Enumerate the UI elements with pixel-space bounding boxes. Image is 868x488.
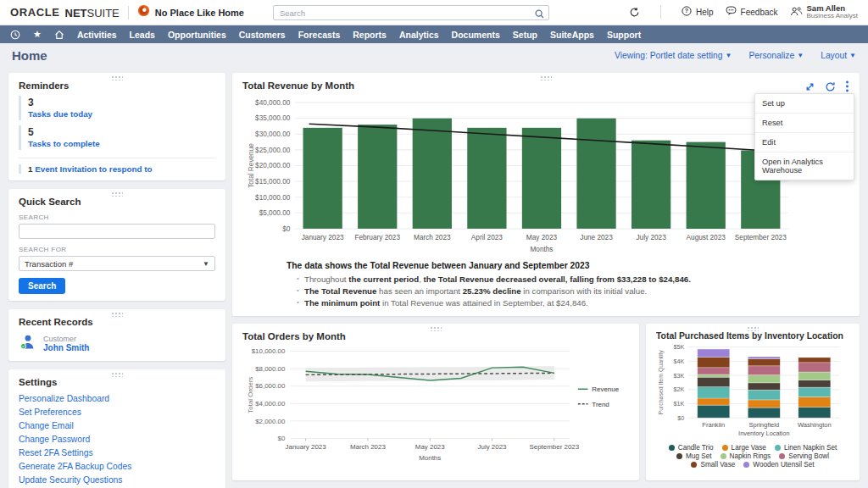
reminder-event-invitation[interactable]: 1 Event Invitation to respond to — [19, 158, 215, 174]
nav-item-leads[interactable]: Leads — [130, 30, 155, 40]
drag-handle-icon[interactable] — [111, 312, 123, 317]
svg-text:March 2023: March 2023 — [350, 443, 387, 451]
search-for-label: SEARCH FOR — [19, 246, 215, 253]
nav-item-reports[interactable]: Reports — [353, 30, 387, 40]
summary-bullet: The minimum point in Total Revenue was a… — [297, 297, 849, 309]
summary-heading: The data shows the Total Revenue between… — [287, 261, 849, 270]
nav-item-activities[interactable]: Activities — [77, 30, 117, 40]
refresh-icon[interactable] — [825, 81, 836, 92]
svg-text:June 2023: June 2023 — [580, 234, 613, 241]
menu-item-set-up[interactable]: Set up — [755, 94, 854, 113]
sync-icon[interactable] — [629, 7, 640, 18]
drag-handle-icon[interactable] — [747, 326, 759, 331]
company-home-link[interactable]: No Place Like Home — [137, 4, 244, 20]
legend-dot-icon — [743, 462, 749, 468]
home-icon[interactable] — [54, 30, 64, 40]
search-icon[interactable] — [535, 7, 544, 22]
nav-item-forecasts[interactable]: Forecasts — [298, 30, 341, 40]
recents-icon[interactable] — [10, 30, 20, 40]
svg-text:$20,000.00: $20,000.00 — [255, 162, 291, 169]
record-link[interactable]: John Smith — [43, 343, 89, 352]
drag-handle-icon[interactable] — [430, 326, 442, 331]
nav-item-suiteapps[interactable]: SuiteApps — [550, 30, 594, 40]
svg-text:August 2023: August 2023 — [687, 234, 726, 241]
menu-item-edit[interactable]: Edit — [755, 132, 854, 152]
svg-text:$2K: $2K — [673, 386, 684, 394]
nav-item-support[interactable]: Support — [607, 30, 641, 40]
user-group-icon — [790, 6, 803, 19]
nav-item-documents[interactable]: Documents — [452, 30, 500, 40]
drag-handle-icon[interactable] — [111, 75, 123, 80]
legend-serving-bowl: Serving Bowl — [779, 452, 829, 460]
drag-handle-icon[interactable] — [111, 372, 123, 377]
chevron-down-icon: ▼ — [203, 260, 209, 268]
legend-dot-icon — [722, 445, 728, 451]
svg-text:?: ? — [685, 8, 688, 14]
drag-handle-icon[interactable] — [111, 191, 123, 197]
quick-search-portlet: Quick Search SEARCH SEARCH FOR Transacti… — [8, 189, 225, 301]
purchased-chart: $0$1K$2K$3K$4K$5KFranklinSpringfieldWash… — [656, 341, 849, 442]
settings-link-update-security-questions[interactable]: Update Security Questions — [19, 475, 215, 485]
feedback-icon — [726, 6, 737, 18]
feedback-button[interactable]: Feedback — [726, 6, 778, 18]
revenue-chart-title: Total Revenue by Month — [242, 80, 354, 91]
svg-text:Springfield: Springfield — [748, 421, 779, 429]
quick-search-input[interactable] — [19, 224, 215, 239]
purchased-items-portlet: Total Purchased Items by Inventory Locat… — [646, 324, 860, 480]
settings-links: Personalize DashboardSet PreferencesChan… — [19, 394, 215, 485]
search-button[interactable]: Search — [19, 278, 65, 294]
svg-text:$0: $0 — [677, 414, 684, 422]
menu-item-reset[interactable]: Reset — [755, 113, 854, 132]
settings-link-personalize-dashboard[interactable]: Personalize Dashboard — [19, 394, 215, 403]
svg-text:Months: Months — [530, 246, 553, 253]
viewing-dropdown[interactable]: Viewing: Portlet date setting▼ — [615, 51, 732, 60]
legend-dot-icon — [669, 445, 675, 451]
nav-item-setup[interactable]: Setup — [513, 30, 537, 40]
nav-item-analytics[interactable]: Analytics — [399, 30, 439, 40]
menu-item-open-in-analytics-warehouse[interactable]: Open in Analytics Warehouse — [755, 152, 854, 180]
help-button[interactable]: ? Help — [682, 6, 714, 18]
settings-portlet: Settings Personalize DashboardSet Prefer… — [8, 369, 225, 488]
header-divider — [128, 6, 129, 19]
oracle-netsuite-logo: ORACLE NETSUITE — [10, 5, 120, 20]
layout-dropdown[interactable]: Layout▼ — [821, 51, 856, 60]
chevron-down-icon: ▼ — [797, 52, 804, 59]
search-for-select[interactable]: Transaction # ▼ — [19, 256, 215, 271]
header-divider-2 — [660, 5, 661, 19]
settings-link-change-email[interactable]: Change Email — [19, 421, 215, 430]
user-menu[interactable]: Sam Allen Business Analyst — [790, 4, 858, 20]
expand-icon[interactable] — [804, 81, 815, 92]
page-title-bar: Home Viewing: Portlet date setting▼ Pers… — [0, 43, 868, 68]
settings-link-set-preferences[interactable]: Set Preferences — [19, 408, 215, 417]
reminder-tasks-to-complete[interactable]: 5 Tasks to complete — [19, 125, 215, 150]
settings-link-reset-2fa-settings[interactable]: Reset 2FA Settings — [19, 448, 215, 458]
shortcuts-star-icon[interactable]: ★ — [33, 30, 42, 39]
record-type: Customer — [43, 335, 89, 343]
svg-text:Months: Months — [419, 454, 441, 462]
reminder-tasks-due-today[interactable]: 3 Tasks due today — [19, 96, 215, 120]
legend-small-vase: Small Vase — [691, 461, 735, 469]
svg-text:Purchased Item Quantity: Purchased Item Quantity — [658, 350, 665, 415]
global-search-input[interactable] — [273, 5, 549, 20]
svg-text:Washington: Washington — [798, 421, 832, 429]
reminders-title: Reminders — [19, 80, 215, 91]
svg-text:September 2023: September 2023 — [529, 443, 579, 451]
page-title: Home — [12, 48, 47, 63]
summary-bullet: The Total Revenue has seen an important … — [297, 286, 849, 297]
settings-link-change-password[interactable]: Change Password — [19, 435, 215, 444]
svg-text:$25,000.00: $25,000.00 — [255, 147, 291, 154]
purchased-chart-title: Total Purchased Items by Inventory Locat… — [656, 331, 849, 341]
svg-text:$30,000.00: $30,000.00 — [255, 130, 291, 138]
svg-text:January 2023: January 2023 — [302, 234, 344, 241]
nav-item-opportunities[interactable]: Opportunities — [168, 30, 226, 40]
revenue-summary: The data shows the Total Revenue between… — [287, 261, 849, 309]
personalize-dropdown[interactable]: Personalize▼ — [748, 51, 804, 60]
legend-dot-icon — [691, 462, 697, 468]
nav-item-customers[interactable]: Customers — [239, 30, 286, 40]
svg-text:September 2023: September 2023 — [735, 234, 787, 241]
recent-records-portlet: Recent Records Customer John Smith — [8, 309, 225, 361]
kebab-menu-icon[interactable] — [845, 80, 849, 92]
legend-wooden-utensil-set: Wooden Utensil Set — [743, 461, 814, 469]
drag-handle-icon[interactable] — [540, 75, 552, 80]
settings-link-generate-2fa-backup-codes[interactable]: Generate 2FA Backup Codes — [19, 462, 215, 471]
